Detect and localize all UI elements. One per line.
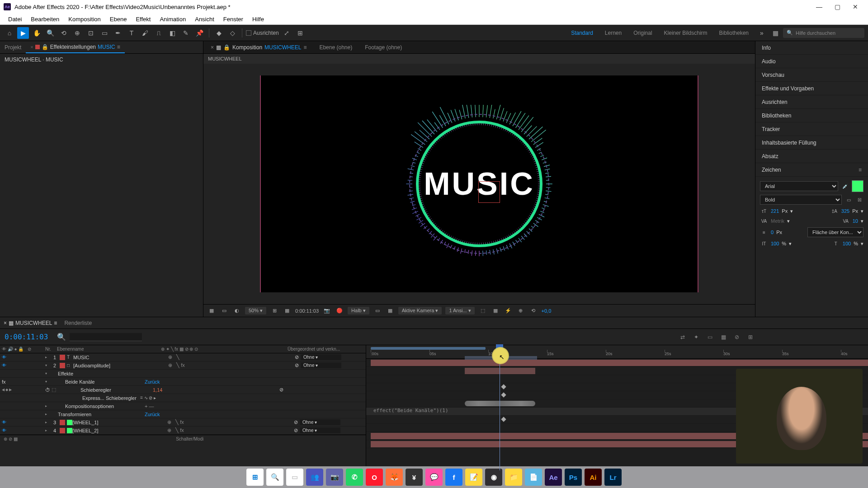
effects-group[interactable]: ▾Effekte: [0, 370, 366, 378]
comp-options[interactable]: ▸Kompositionsoptionen+ —: [0, 402, 366, 410]
render-btn[interactable]: ▦: [491, 306, 500, 315]
roto-tool[interactable]: ✎: [180, 27, 192, 39]
roi-btn[interactable]: ▭: [373, 306, 382, 315]
panel-tracker[interactable]: Tracker: [755, 122, 868, 136]
timecode-btn[interactable]: ⊕: [516, 306, 525, 315]
anchor-tool[interactable]: ⊡: [85, 27, 97, 39]
taskbar-after-effects[interactable]: Ae: [545, 469, 562, 486]
snap-opt2[interactable]: ⊞: [294, 27, 306, 39]
effect-controls-tab[interactable]: × 🔒 Effekteinstellungen MUSIC ≡: [26, 42, 124, 53]
frame-blend-icon[interactable]: ▦: [719, 333, 728, 342]
menu-hilfe[interactable]: Hilfe: [248, 16, 269, 23]
workspace-grid[interactable]: ▦: [769, 27, 781, 39]
viewport-timecode[interactable]: 0:00:11:03: [295, 308, 319, 314]
menu-bearbeiten[interactable]: Bearbeiten: [26, 16, 64, 23]
clone-tool[interactable]: ⎍: [153, 27, 165, 39]
taskbar-app1[interactable]: ¥: [406, 469, 423, 486]
guides-btn[interactable]: ▦: [283, 306, 292, 315]
menu-ebene[interactable]: Ebene: [105, 16, 132, 23]
stroke-type-icon[interactable]: ▭: [844, 196, 853, 203]
time-ruler[interactable]: :00s05s10s15s20s25s30s35s40s ↖: [366, 345, 868, 359]
camera-select[interactable]: Aktive Kamera ▾: [398, 307, 442, 314]
workspace-bibliotheken[interactable]: Bibliotheken: [714, 28, 754, 38]
expression-row[interactable]: Express... Schieberegler= ∿ ⊘ ▸: [0, 394, 366, 402]
panel-audio[interactable]: Audio: [755, 55, 868, 68]
comp-flowchart-icon[interactable]: ⇄: [678, 333, 687, 342]
snap-opt[interactable]: ⤢: [281, 27, 292, 39]
selection-tool[interactable]: ▶: [17, 27, 29, 39]
taskbar-teams[interactable]: 👥: [306, 469, 323, 486]
panel-effekte-und-vorgaben[interactable]: Effekte und Vorgaben: [755, 82, 868, 95]
taskbar-whatsapp[interactable]: ✆: [346, 469, 363, 486]
close-icon[interactable]: ×: [30, 44, 33, 50]
shy-icon[interactable]: ▭: [705, 333, 714, 342]
taskbar-facebook[interactable]: f: [445, 469, 462, 486]
draft3d-icon[interactable]: ✦: [692, 333, 701, 342]
timeline-search[interactable]: [70, 333, 142, 341]
panel-info[interactable]: Info: [755, 41, 868, 55]
3d-btn[interactable]: ⬚: [478, 306, 487, 315]
minimize-button[interactable]: —: [810, 0, 828, 14]
track-1[interactable]: [366, 359, 868, 367]
eraser-tool[interactable]: ◧: [166, 27, 178, 39]
alpha-btn[interactable]: ▦: [207, 306, 216, 315]
panel-inhaltsbasierte-füllung[interactable]: Inhaltsbasierte Füllung: [755, 136, 868, 150]
puppet-tool[interactable]: 📌: [193, 27, 205, 39]
work-area-bar[interactable]: [371, 347, 486, 350]
shape-tool[interactable]: ▭: [99, 27, 110, 39]
mask-btn[interactable]: ◐: [232, 306, 241, 315]
taskbar-windows-start[interactable]: ⊞: [246, 469, 264, 486]
viewport[interactable]: MUSIC: [203, 64, 755, 304]
channel-btn[interactable]: 🔴: [335, 306, 344, 315]
workspace-original[interactable]: Original: [628, 28, 657, 38]
taskbar-task-view[interactable]: ▭: [286, 469, 303, 486]
slider-property[interactable]: ◀ ◆ ▶⏱⬚Schieberegler1,14⊘: [0, 386, 366, 394]
menu-animation[interactable]: Animation: [155, 16, 190, 23]
tool-opt-1[interactable]: ◆: [213, 27, 225, 39]
taskbar-illustrator[interactable]: Ai: [585, 469, 602, 486]
panel-bibliotheken[interactable]: Bibliotheken: [755, 109, 868, 122]
panel-vorschau[interactable]: Vorschau: [755, 68, 868, 82]
home-tool[interactable]: ⌂: [4, 27, 15, 39]
taskbar-notes[interactable]: 📝: [465, 469, 482, 486]
exposure-value[interactable]: +0,0: [542, 308, 552, 314]
graph-editor-icon[interactable]: ⊞: [746, 333, 755, 342]
no-fill-icon[interactable]: ☒: [855, 196, 863, 203]
fast-btn[interactable]: ⚡: [504, 306, 513, 315]
taskbar-opera[interactable]: O: [366, 469, 383, 486]
leading-value[interactable]: 325: [841, 208, 849, 214]
font-style-select[interactable]: Bold: [760, 195, 842, 205]
taskbar-firefox[interactable]: 🦊: [386, 469, 403, 486]
tracking-value[interactable]: 10: [853, 218, 858, 224]
taskbar-explorer[interactable]: 📁: [505, 469, 522, 486]
zoom-tool[interactable]: 🔍: [44, 27, 56, 39]
panel-zeichen[interactable]: Zeichen≡: [755, 163, 868, 177]
effect-both-channels[interactable]: fx▾Beide KanäleZurück: [0, 378, 366, 386]
stroke-mode-select[interactable]: Fläche über Kon...: [807, 227, 863, 237]
layer-1[interactable]: 👁▸1TMUSIC⊕ ╲⊘Ohne ▾: [0, 353, 366, 361]
menu-effekt[interactable]: Effekt: [131, 16, 155, 23]
comp-breadcrumb[interactable]: MUSICWHEEL: [203, 54, 755, 64]
layer-4[interactable]: 👁▸4[WHEEL_2]⊕ ╲ fx⊘Ohne ▾: [0, 427, 366, 435]
menu-datei[interactable]: Datei: [4, 16, 26, 23]
menu-komposition[interactable]: Komposition: [64, 16, 105, 23]
font-family-select[interactable]: Arial: [760, 181, 838, 191]
snapshot-btn[interactable]: 📷: [322, 306, 331, 315]
layer-3[interactable]: 👁▸3[WHEEL_1]⊕ ╲ fx⊘Ohne ▾: [0, 418, 366, 427]
layer-2[interactable]: 👁▾2□[Audioamplitude]⊕ ╲ fx⊘Ohne ▾: [0, 361, 366, 370]
composition-tab[interactable]: × ▦🔒 Komposition MUSICWHEEL ≡: [207, 42, 310, 52]
motion-blur-icon[interactable]: ⊘: [732, 333, 741, 342]
panel-ausrichten[interactable]: Ausrichten: [755, 95, 868, 109]
render-queue-tab[interactable]: Renderliste: [64, 320, 92, 326]
kerning-value[interactable]: Metrik: [771, 218, 784, 224]
workspace-lernen[interactable]: Lernen: [599, 28, 627, 38]
panel-absatz[interactable]: Absatz: [755, 150, 868, 163]
workspace-standard[interactable]: Standard: [566, 28, 599, 38]
transparency-btn[interactable]: ▦: [386, 306, 395, 315]
taskbar-photoshop[interactable]: Ps: [565, 469, 582, 486]
stroke-width-value[interactable]: 0: [771, 230, 774, 235]
tool-opt-2[interactable]: ◇: [226, 27, 238, 39]
views-select[interactable]: 1 Ansi... ▾: [445, 307, 474, 314]
help-search[interactable]: 🔍 Hilfe durchsuchen: [783, 28, 864, 38]
snap-toggle[interactable]: Ausrichten: [246, 30, 279, 36]
